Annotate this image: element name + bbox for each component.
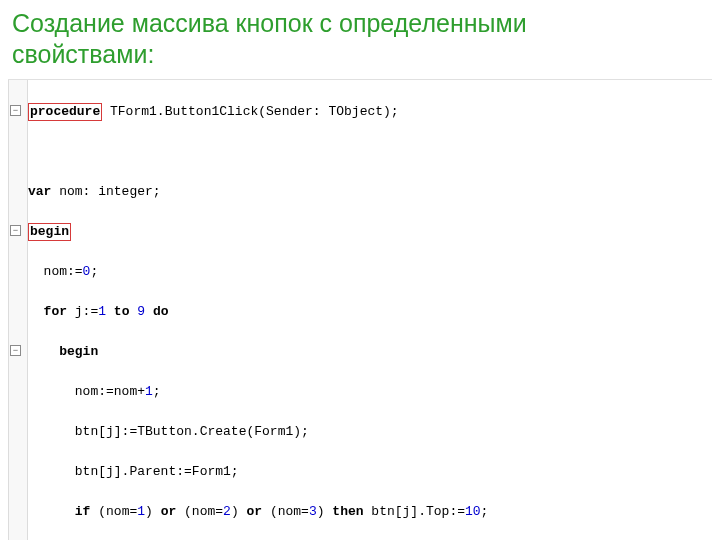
slide-title: Создание массива кнопок с определенными … [0, 0, 720, 71]
fold-gutter [8, 80, 28, 541]
title-line-1: Создание массива кнопок с определенными [12, 9, 527, 37]
fold-icon[interactable] [10, 105, 21, 116]
title-line-2: свойствами: [12, 40, 154, 68]
fold-icon[interactable] [10, 225, 21, 236]
code-block: procedure TForm1.Button1Click(Sender: TO… [8, 80, 712, 541]
fold-icon[interactable] [10, 345, 21, 356]
code-editor: procedure TForm1.Button1Click(Sender: TO… [8, 79, 712, 541]
